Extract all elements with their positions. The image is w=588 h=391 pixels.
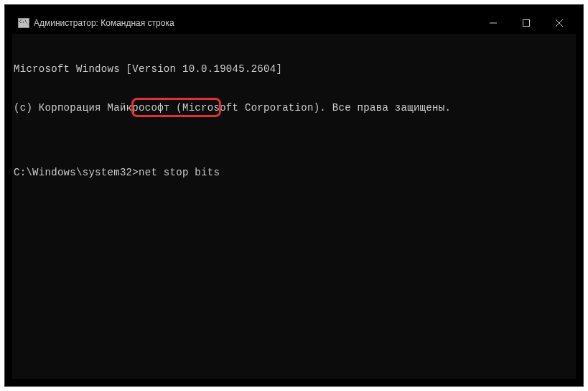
command-prompt-window: Администратор: Командная строка Microsof…	[12, 12, 576, 379]
maximize-button[interactable]	[510, 12, 543, 34]
titlebar-left: Администратор: Командная строка	[18, 18, 174, 28]
terminal-area[interactable]: Microsoft Windows [Version 10.0.19045.26…	[12, 34, 576, 379]
terminal-line: Microsoft Windows [Version 10.0.19045.26…	[14, 63, 576, 75]
command-input[interactable]: net stop bits	[139, 167, 220, 178]
titlebar[interactable]: Администратор: Командная строка	[12, 12, 576, 34]
close-button[interactable]	[543, 12, 576, 34]
prompt: C:\Windows\system32>	[14, 167, 139, 178]
cmd-icon	[18, 18, 29, 28]
window-controls	[477, 12, 576, 34]
terminal-prompt-line: C:\Windows\system32>net stop bits	[14, 166, 576, 179]
terminal-line: (c) Корпорация Майкрософт (Microsoft Cor…	[14, 101, 576, 114]
window-title: Администратор: Командная строка	[34, 18, 174, 28]
minimize-button[interactable]	[477, 12, 510, 34]
svg-rect-1	[523, 20, 530, 27]
